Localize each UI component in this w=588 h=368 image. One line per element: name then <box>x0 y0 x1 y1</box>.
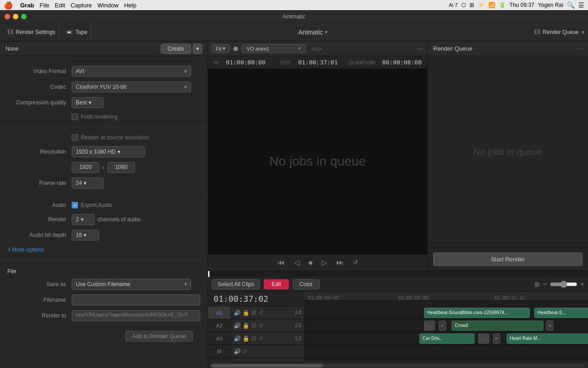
m-speaker-icon[interactable]: 🔊 <box>234 348 241 355</box>
create-button[interactable]: Create <box>161 44 191 54</box>
minimize-button[interactable] <box>13 14 18 19</box>
a3-speaker-icon[interactable]: 🔊 <box>234 335 241 342</box>
menu-file[interactable]: File <box>40 2 49 9</box>
toolbar-dropdown-arrow[interactable]: ▾ <box>325 29 328 35</box>
a1-lock-icon[interactable]: 🔒 <box>243 310 249 316</box>
in-label: IN <box>214 60 219 65</box>
render-settings-tab[interactable]: 🎞 Render Settings <box>4 23 59 41</box>
toolbar: 🎞 Render Settings 📼 Tape Animatic ▾ 🎞 Re… <box>0 23 588 41</box>
menu-edit[interactable]: Edit <box>55 2 65 9</box>
render-queue-label[interactable]: Render Queue <box>543 29 579 35</box>
select-all-clips-button[interactable]: Select All Clips <box>212 279 260 289</box>
loop-button[interactable]: ↺ <box>351 257 360 268</box>
track-header-a2[interactable]: A2 <box>208 319 231 332</box>
bit-depth-dropdown[interactable]: 16 ▾ <box>72 230 99 241</box>
preview-fwd-button[interactable]: ▷ <box>317 46 322 52</box>
add-to-queue-button[interactable]: Add to Render Queue <box>125 331 193 342</box>
stop-button[interactable]: ■ <box>307 257 314 268</box>
height-input[interactable]: 1080 <box>107 162 135 173</box>
scrubber-thumb[interactable] <box>208 271 209 277</box>
a1-speaker-icon[interactable]: 🔊 <box>234 310 241 316</box>
search-icon[interactable]: 🔍 <box>567 1 575 9</box>
track-header-m[interactable]: M <box>208 345 231 358</box>
a3-lock-icon[interactable]: 🔒 <box>243 335 249 342</box>
render-to-input[interactable]: nes/YR/Users/Yogen/Documents/RESOLVE_OUT <box>72 310 200 321</box>
zoom-out-button[interactable]: − <box>543 280 547 288</box>
a2-lock-icon[interactable]: 🔒 <box>243 322 249 329</box>
start-render-button[interactable]: Start Render <box>433 253 582 266</box>
a2-link-icon[interactable]: ⛓ <box>251 322 257 329</box>
timeline-scrollbar-thumb[interactable] <box>211 364 323 368</box>
video-format-dropdown[interactable]: AVI ▾ <box>72 66 191 77</box>
toolbar-expand-icon[interactable]: ▾ <box>582 29 584 35</box>
a3-clip-menu-1[interactable]: ≡ <box>493 334 500 344</box>
a3-loop-icon[interactable]: ↺ <box>259 335 263 342</box>
skip-to-end-button[interactable]: ⏭ <box>334 257 345 269</box>
fit-button[interactable]: Fit ▾ <box>212 44 230 53</box>
a3-clip-car[interactable]: Car Driv... <box>419 334 475 344</box>
menu-window[interactable]: Window <box>97 2 119 9</box>
a2-clip-menu-1[interactable]: ≡ <box>439 321 446 331</box>
render-source-checkbox[interactable] <box>72 134 78 141</box>
timeline-ruler[interactable]: 01:00:00:00 01:00:08:08 01:00:16:16 <box>305 292 588 301</box>
a3-clip-heartrate[interactable]: Heart Rate M... <box>507 334 588 344</box>
a2-level: 2.0 <box>295 323 301 328</box>
menu-help[interactable]: Help <box>124 2 136 9</box>
settings-scroll-area[interactable]: Video Format AVI ▾ Codec Cineform YUV 10… <box>0 56 208 368</box>
create-arrow-button[interactable]: ▾ <box>193 44 202 54</box>
close-button[interactable] <box>5 14 10 19</box>
add-queue-container: Add to Render Queue <box>0 323 208 349</box>
grid-view-icon[interactable]: ⊞ <box>534 281 540 288</box>
a1-link-icon[interactable]: ⛓ <box>251 310 257 316</box>
track-header-a1[interactable]: A1 <box>208 306 231 319</box>
edit-button[interactable]: Edit <box>264 279 289 289</box>
channels-dropdown[interactable]: 2 ▾ <box>72 214 95 225</box>
a1-clip-2[interactable]: Heartbeat-S... <box>534 308 588 318</box>
menu-capture[interactable]: Capture <box>71 2 92 9</box>
play-button[interactable]: ▷ <box>320 256 329 269</box>
tape-tab[interactable]: 📼 Tape <box>62 23 91 41</box>
scrubber-bar[interactable] <box>208 270 588 277</box>
m-loop-icon[interactable]: ↺ <box>243 348 247 355</box>
timecode-row: IN 01:00:00:00 OUT 01:00:37:01 DURATION … <box>208 56 427 69</box>
maximize-button[interactable] <box>21 14 27 19</box>
more-options-button[interactable]: + More options <box>0 243 208 257</box>
divider-1 <box>0 127 208 127</box>
save-as-dropdown[interactable]: Use Custom Filename ▾ <box>72 279 191 290</box>
skip-to-start-button[interactable]: ⏮ <box>276 257 287 269</box>
a1-loop-icon[interactable]: ↺ <box>259 310 263 316</box>
a3-clip-dots-1[interactable]: ... <box>478 334 489 344</box>
a2-loop-icon[interactable]: ↺ <box>259 322 263 329</box>
a3-link-icon[interactable]: ⛓ <box>251 335 257 342</box>
timeline-section: Select All Clips Edit Color ⊞ − + 01:00:… <box>208 270 588 368</box>
toolbar-center: Animatic ▾ <box>94 29 531 36</box>
export-audio-checkbox[interactable] <box>72 202 78 208</box>
a2-speaker-icon[interactable]: 🔊 <box>234 322 241 329</box>
frame-rate-dropdown[interactable]: 24 ▾ <box>72 178 104 189</box>
a1-clip-1[interactable]: Heartbeat-SoundBible.com-12599974... <box>424 308 530 318</box>
zoom-in-button[interactable]: + <box>580 280 584 288</box>
app-title: Animatic <box>283 13 305 20</box>
width-input[interactable]: 1920 <box>72 162 99 173</box>
previous-frame-button[interactable]: ◁ <box>292 256 301 269</box>
zoom-slider[interactable] <box>550 281 577 288</box>
timeline-scrollbar[interactable] <box>211 364 585 368</box>
a2-clip-crowd[interactable]: Crowd <box>452 321 543 331</box>
color-button[interactable]: Color <box>293 279 320 289</box>
frame-rate-row: Frame rate 24 ▾ <box>0 175 208 191</box>
a2-clip-dots-1[interactable]: ... <box>424 321 435 331</box>
filename-input[interactable] <box>72 294 200 305</box>
resolution-dropdown[interactable]: 1920 x 1080 HD ▾ <box>72 146 145 157</box>
preview-menu-button[interactable]: ··· <box>418 45 424 52</box>
field-rendering-checkbox[interactable] <box>72 114 78 120</box>
tape-icon: 📼 <box>66 29 73 35</box>
list-icon[interactable]: ☰ <box>578 1 584 9</box>
preview-back-button[interactable]: ◁ <box>311 46 316 52</box>
a2-clip-menu-2[interactable]: ≡ <box>546 321 554 331</box>
clip-name-button[interactable]: VO anim1 ▾ <box>242 44 306 53</box>
menu-grab[interactable]: Grab <box>20 2 34 9</box>
track-header-a3[interactable]: A3 <box>208 332 231 345</box>
compression-dropdown[interactable]: Best ▾ <box>72 97 104 108</box>
codec-dropdown[interactable]: Cineform YUV 10-bit ▾ <box>72 81 191 92</box>
render-queue-menu-button[interactable]: ··· <box>577 45 582 53</box>
